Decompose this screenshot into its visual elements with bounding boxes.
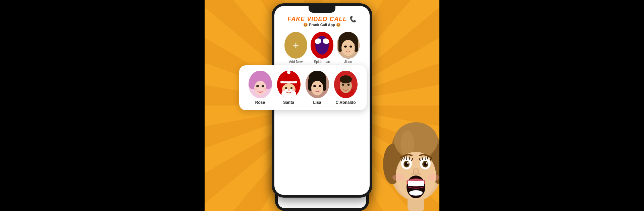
jisoo-avatar [337,32,360,59]
svg-point-12 [350,46,352,48]
svg-point-34 [288,89,290,91]
lisa-avatar [306,71,329,98]
rose-label: Rose [255,100,265,105]
svg-point-40 [313,85,316,87]
svg-point-18 [254,81,266,95]
svg-rect-111 [408,181,424,186]
svg-rect-9 [355,39,358,52]
ronaldo-svg [334,71,358,98]
contact-rose[interactable]: Rose [249,71,272,105]
cronaldo-label: C.Ronaldo [336,100,356,105]
svg-point-51 [345,86,346,87]
surprised-woman-svg [382,114,439,211]
svg-point-46 [340,75,352,83]
svg-point-11 [344,46,347,48]
surprised-woman [382,111,439,211]
svg-point-114 [427,174,439,181]
lisa-label: Lisa [313,100,321,105]
app-title: FAKE VIDEO CALL 📞 [274,15,370,23]
svg-point-112 [409,190,423,196]
rose-svg [249,71,272,98]
contact-lisa[interactable]: Lisa [306,71,329,105]
right-black-panel [446,0,644,211]
jisoo-svg [337,32,360,59]
contact-add-new[interactable]: + Add New [284,32,307,64]
spiderman-avatar [311,32,333,59]
svg-point-113 [392,174,405,181]
svg-point-105 [407,162,409,164]
svg-point-21 [254,88,257,90]
svg-point-32 [282,89,285,91]
contacts-row-1: + Add New [274,29,370,66]
contact-spiderman[interactable]: Spiderman [311,32,333,64]
svg-point-107 [411,173,414,175]
svg-point-47 [342,84,344,86]
app-subtitle: 🤩 Prank Call App 🤩 [274,23,370,27]
add-icon: + [293,39,299,52]
svg-point-10 [341,40,355,56]
contact-jisoo[interactable]: Jisoo [337,32,360,64]
app-title-emoji: 📞 [349,16,357,22]
app-title-text: FAKE VIDEO CALL [287,16,347,22]
app-header: FAKE VIDEO CALL 📞 🤩 Prank Call App 🤩 [274,13,370,29]
spiderman-svg [311,32,333,59]
ronaldo-avatar [334,71,358,98]
add-new-avatar: + [284,32,307,59]
contact-santa[interactable]: Santa [277,71,301,105]
svg-point-30 [285,87,287,89]
spiderman-label: Spiderman [314,60,330,64]
svg-point-13 [347,49,349,50]
svg-point-31 [290,87,292,89]
jisoo-label: Jisoo [344,60,352,64]
svg-point-42 [317,88,318,89]
lisa-svg [306,71,329,98]
svg-point-106 [426,162,428,164]
svg-point-41 [319,85,321,87]
left-black-panel [0,0,198,211]
phone-notch [309,6,335,13]
svg-point-33 [292,89,296,91]
rose-avatar [249,71,272,98]
add-new-label: Add New [289,60,303,64]
contact-cronaldo[interactable]: C.Ronaldo [334,71,358,105]
svg-point-48 [347,84,350,86]
svg-point-19 [256,85,259,87]
svg-point-27 [287,71,290,74]
svg-point-20 [262,85,264,87]
santa-label: Santa [283,100,294,105]
santa-avatar [277,71,301,98]
svg-rect-49 [341,83,345,83]
svg-rect-50 [347,83,350,83]
svg-rect-8 [338,39,342,52]
svg-point-108 [418,173,421,175]
floating-contacts-card: Rose [239,65,367,110]
main-content-area: FAKE VIDEO CALL 📞 🤩 Prank Call App 🤩 + A… [205,0,439,211]
santa-svg [277,71,301,98]
svg-point-22 [264,88,267,90]
